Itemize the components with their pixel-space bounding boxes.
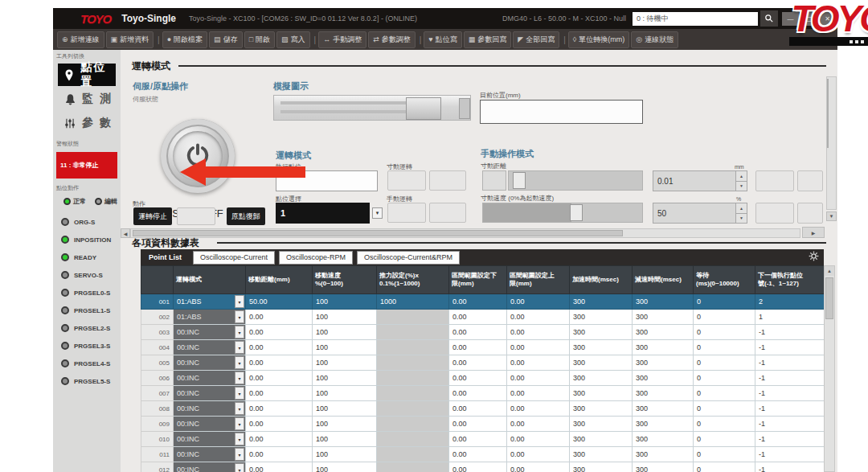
mode-dropdown-button[interactable]: ▾ xyxy=(235,371,244,384)
spinner-up-icon[interactable]: ▲ xyxy=(736,203,747,213)
cell-move-speed[interactable]: 100 xyxy=(313,325,377,340)
cell-move-distance[interactable]: 0.00 xyxy=(246,417,313,432)
cell-next-point[interactable]: -1 xyxy=(755,462,825,472)
cell-range-lower[interactable]: 0.00 xyxy=(449,462,507,472)
toolbar-button-save[interactable]: ▤儲存 xyxy=(209,31,243,48)
cell-wait-time[interactable]: 0 xyxy=(694,371,755,386)
cell-run-mode[interactable]: 00:INC▾ xyxy=(174,371,246,386)
cell-accel-time[interactable]: 300 xyxy=(570,340,633,355)
spinner-up-icon[interactable]: ▲ xyxy=(736,171,747,181)
cell-accel-time[interactable]: 300 xyxy=(570,310,633,325)
cell-decel-time[interactable]: 300 xyxy=(633,355,694,371)
table-row-004[interactable]: 00400:INC▾0.001000.000.003003000-1 xyxy=(141,340,825,355)
cell-range-upper[interactable]: 0.00 xyxy=(507,462,570,472)
cell-wait-time[interactable]: 0 xyxy=(694,417,755,432)
cell-range-upper[interactable]: 0.00 xyxy=(507,417,570,432)
cell-move-speed[interactable]: 100 xyxy=(313,432,377,447)
jog-speed-aux-button[interactable] xyxy=(755,203,794,224)
cell-move-distance[interactable]: 0.00 xyxy=(246,462,313,472)
slider-thumb[interactable] xyxy=(570,204,583,221)
cell-run-mode[interactable]: 01:ABS▾ xyxy=(174,310,246,325)
cell-wait-time[interactable]: 0 xyxy=(694,462,755,472)
cell-move-distance[interactable]: 0.00 xyxy=(246,325,313,340)
cell-force-setting[interactable] xyxy=(377,355,449,371)
cell-decel-time[interactable]: 300 xyxy=(633,310,694,325)
cell-wait-time[interactable]: 0 xyxy=(694,355,755,371)
scroll-right-button[interactable]: ▶ xyxy=(802,227,825,238)
cell-move-distance[interactable]: 0.00 xyxy=(246,447,313,462)
cell-move-distance[interactable]: 0.00 xyxy=(246,355,313,371)
cell-move-speed[interactable]: 100 xyxy=(313,355,377,371)
cell-range-lower[interactable]: 0.00 xyxy=(449,340,507,355)
cell-decel-time[interactable]: 300 xyxy=(633,340,694,355)
cell-accel-time[interactable]: 300 xyxy=(570,432,633,447)
toolbar-button-param-writeback[interactable]: ▦參數回寫 xyxy=(464,31,512,48)
cell-next-point[interactable]: 2 xyxy=(755,294,825,310)
cell-wait-time[interactable]: 0 xyxy=(694,294,755,310)
jog-speed-aux-button2[interactable] xyxy=(797,203,823,224)
cell-next-point[interactable]: 1 xyxy=(755,310,825,325)
cell-next-point[interactable]: -1 xyxy=(755,325,825,340)
cell-run-mode[interactable]: 00:INC▾ xyxy=(174,325,246,340)
jog-distance-slider[interactable] xyxy=(508,170,643,191)
cell-move-distance[interactable]: 0.00 xyxy=(246,432,313,447)
cell-force-setting[interactable] xyxy=(377,417,449,432)
tab-point-list[interactable]: Point List xyxy=(149,253,182,261)
cell-move-distance[interactable]: 0.00 xyxy=(246,371,313,386)
cell-move-speed[interactable]: 100 xyxy=(313,447,377,462)
jog-distance-slider-stepper[interactable] xyxy=(482,170,506,191)
cell-force-setting[interactable] xyxy=(377,462,449,472)
cell-run-mode[interactable]: 00:INC▾ xyxy=(174,355,246,371)
cell-next-point[interactable]: -1 xyxy=(755,371,825,386)
cell-decel-time[interactable]: 300 xyxy=(633,401,694,417)
toolbar-button-all-writeback[interactable]: ◤全部回寫 xyxy=(513,31,559,48)
toolbar-button-open-file[interactable]: ●開啟檔案 xyxy=(162,31,207,48)
mode-dropdown-button[interactable]: ▾ xyxy=(235,341,244,354)
scrollbar-thumb[interactable] xyxy=(825,277,833,319)
cell-force-setting[interactable]: 1000 xyxy=(377,294,449,310)
cell-wait-time[interactable]: 0 xyxy=(694,401,755,417)
cell-range-upper[interactable]: 0.00 xyxy=(507,371,570,386)
table-row-007[interactable]: 00700:INC▾0.001000.000.003003000-1 xyxy=(141,386,825,401)
cell-range-upper[interactable]: 0.00 xyxy=(507,447,570,462)
cell-accel-time[interactable]: 300 xyxy=(570,401,633,417)
cell-range-upper[interactable]: 0.00 xyxy=(507,386,570,401)
cell-accel-time[interactable]: 300 xyxy=(570,371,633,386)
cell-range-lower[interactable]: 0.00 xyxy=(449,447,507,462)
cell-range-upper[interactable]: 0.00 xyxy=(507,294,570,310)
cell-decel-time[interactable]: 300 xyxy=(633,325,694,340)
cell-range-upper[interactable]: 0.00 xyxy=(507,310,570,325)
toolbar-button-manual-adjust[interactable]: ↔手動調整 xyxy=(318,31,366,48)
tab-oscilloscope-rpm[interactable]: Oscilloscope-RPM xyxy=(279,251,353,265)
cell-move-speed[interactable]: 100 xyxy=(313,310,377,325)
scrollbar-thumb[interactable] xyxy=(827,79,829,148)
jog-distance-aux-button2[interactable] xyxy=(797,170,823,191)
jog-speed-slider[interactable] xyxy=(482,203,643,223)
cell-wait-time[interactable]: 0 xyxy=(694,386,755,401)
search-button[interactable] xyxy=(760,10,778,27)
scroll-left-button[interactable]: ◀ xyxy=(121,228,130,238)
radio-option[interactable]: 正常 xyxy=(63,197,86,206)
radio-option[interactable]: 編輯 xyxy=(95,197,117,206)
mode-dropdown-button[interactable]: ▾ xyxy=(235,326,244,339)
cell-move-speed[interactable]: 100 xyxy=(313,417,377,432)
spinner-down-icon[interactable]: ▼ xyxy=(736,213,747,224)
cell-move-distance[interactable]: 0.00 xyxy=(246,340,313,355)
manual-plus-button[interactable] xyxy=(429,203,466,223)
op-vertical-scrollbar[interactable] xyxy=(826,76,837,210)
cell-range-upper[interactable]: 0.00 xyxy=(507,401,570,417)
cell-run-mode[interactable]: 00:INC▾ xyxy=(174,386,246,401)
cell-move-distance[interactable]: 0.00 xyxy=(246,386,313,401)
cell-move-distance[interactable]: 0.00 xyxy=(246,401,313,417)
cell-decel-time[interactable]: 300 xyxy=(633,386,694,401)
sidebar-item-parameter[interactable]: 參 數 xyxy=(58,112,116,134)
mode-dropdown-button[interactable]: ▾ xyxy=(235,417,244,430)
cell-next-point[interactable]: -1 xyxy=(755,447,825,462)
cell-move-speed[interactable]: 100 xyxy=(313,386,377,401)
cell-move-distance[interactable]: 0.00 xyxy=(246,310,313,325)
toolbar-button-open[interactable]: □開啟 xyxy=(244,31,275,48)
cell-range-lower[interactable]: 0.00 xyxy=(449,432,507,447)
mode-dropdown-button[interactable]: ▾ xyxy=(235,387,244,400)
toolbar-button-connection-status[interactable]: ◎連線狀態 xyxy=(631,31,678,48)
cell-range-lower[interactable]: 0.00 xyxy=(449,371,507,386)
